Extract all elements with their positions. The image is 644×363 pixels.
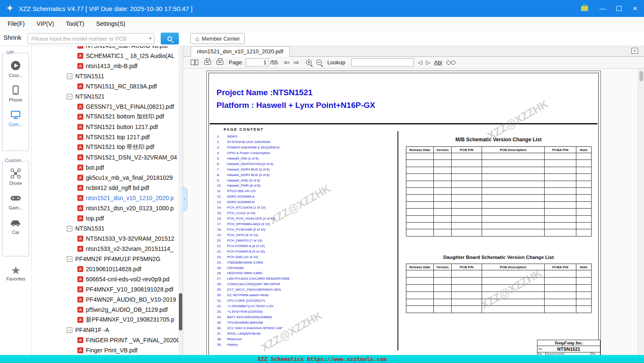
tree-file[interactable]: Agk5cu1x_mb_va_final_20181029 [32,173,178,183]
briefcase-icon[interactable] [581,6,588,11]
sidebar-item-course[interactable]: Cour... [9,60,22,78]
next-page-icon[interactable]: ⇨ [293,58,299,66]
table-cell [576,306,592,313]
tree-file[interactable]: Antsn1413_mb-B.pdf [32,61,178,71]
tree-file[interactable]: ANTSN1413_usb+AUDIO vb.pdf [32,46,178,51]
tree-file[interactable]: A新PF4MNXF_V10_1908231705.p [32,315,178,325]
close-button[interactable]: × [633,0,637,17]
shrink-button[interactable]: Shrink [3,34,22,41]
home-icon: ⌂ [195,35,199,42]
tree-file[interactable]: A20190610114828.pdf [32,264,178,274]
table-cell [434,187,452,194]
model-search-combobox[interactable]: ▾ [27,33,154,44]
tree-file[interactable]: ANTSN1521 bottom 加丝印.pdf [32,112,178,122]
sidebar-item-drone[interactable]: Drone [9,168,22,186]
maximize-button[interactable] [617,6,622,11]
tree-file[interactable]: Atop.pdf [32,213,178,223]
tree-folder[interactable]: −NTSN1511 [32,71,178,81]
previous-page-icon[interactable]: ⇦ [284,58,289,66]
tree-file[interactable]: APF4WN2F_AUDIO_BD_V10-2019 [32,294,178,305]
custom-group-label: Custom... [4,158,26,163]
search-button[interactable] [161,33,179,44]
sidebar-item-computer[interactable]: Com... [9,109,22,127]
page-content-title: PAGE CONTENT [224,127,264,132]
table-cell [545,270,576,278]
tree-file[interactable]: Ancbt412 sdd_ngff bd.pdf [32,183,178,193]
tree-folder[interactable]: −PF4MN2F PF4MU1F PF5MN2G [32,254,178,264]
tree-file[interactable]: AFINGER PRINT _VA_FINAL_2020C [32,335,178,345]
collapse-icon[interactable]: − [67,74,72,79]
tree-file[interactable]: ANTSN1521 top 带丝印.pdf [32,142,178,152]
search-input[interactable] [28,33,142,44]
chevron-down-icon[interactable]: ▾ [149,36,151,41]
pdf-scrollbar-thumb[interactable] [639,71,643,81]
close-document-icon[interactable]: × [631,48,638,54]
zoom-in-icon[interactable]: + [306,60,312,65]
find-previous-icon[interactable]: ◁ [418,59,422,66]
vip-group-label: -VIP- [4,50,16,55]
sidebar-item-game[interactable]: Gam... [8,192,22,210]
tree-file[interactable]: APF4MNXF_V10_1908191028.pdf [32,284,178,294]
document-tab[interactable]: ntsn1521_dsn_v10_1210_2020.pdf [191,46,290,57]
table-cell [406,167,434,173]
tree-file[interactable]: ANTSN1521_DSN_V2-32VRAM_04 [32,152,178,162]
sidebar-item-car[interactable]: Car [10,217,22,235]
tree-file[interactable]: ASCHEMATIC1 _ 18_I2S Audio(AL [32,51,178,61]
find-next-icon[interactable]: ▷ [426,59,430,66]
table-cell [482,222,545,229]
collapse-icon[interactable]: − [67,256,72,262]
table-cell [406,174,434,181]
tree-folder[interactable]: −NTSN1521 [32,91,178,102]
menu-item-file[interactable]: File(F) [8,20,25,27]
collapse-icon[interactable]: − [67,226,72,231]
tree-file[interactable]: ANTSN1511_RC_0819A.pdf [32,81,178,91]
minimize-button[interactable]: — [599,0,606,17]
print-icon[interactable] [204,60,211,65]
text-select-icon[interactable]: Abi [434,59,442,66]
member-center-button[interactable]: ⌂ Member Center [190,33,245,44]
tree-file[interactable]: A606654-cml-eds-vol2-rev0p9.pd [32,274,178,284]
print-all-icon[interactable] [216,60,223,65]
table-row [406,222,592,229]
lookup-label: Lookup [327,59,345,66]
vip-group: -VIP- Cour... Phone Com... [2,53,29,151]
tree-file[interactable]: AFinger Print_VB.pdf [32,345,178,355]
menu-item-settings[interactable]: Settings(S) [96,20,125,27]
pdf-scrollbar[interactable] [638,69,644,355]
tree-file[interactable]: Antsn1521_dsn_v20_0123_1000.p [32,203,178,213]
sidebar-item-favorites[interactable]: ★ Favorites [0,264,32,281]
facing-pages-icon[interactable] [191,60,198,65]
tree-file[interactable]: ANTSN1521 top 1217.pdf [32,132,178,142]
tree-file[interactable]: Apf5wn2g_AUDIO_DB_1129.pdf [32,305,178,315]
tree-folder[interactable]: −NTSN1531 [32,223,178,234]
file-tree: ANTSN1413_usb+AUDIO vb.pdfASCHEMATIC1 _ … [32,46,178,355]
page-total: /55 [270,59,278,66]
pdf-file-icon: A [77,185,83,191]
lookup-input[interactable] [351,58,414,66]
sidebar-item-phone[interactable]: Phone [9,85,22,102]
zoom-out-icon[interactable]: − [316,60,322,65]
tree-file[interactable]: ANTSN1521 button 1217.pdf [32,122,178,132]
binoculars-search-icon[interactable] [447,60,455,65]
pdf-canvas[interactable]: Project Name :NTSN1521 Platform : Haswel… [183,69,638,355]
tree-scrollbar-thumb[interactable] [179,293,182,330]
tree-item-label: NTSN1521 bottom 加丝印.pdf [86,113,164,121]
page-number-input[interactable] [246,58,269,66]
collapse-icon[interactable]: − [67,327,72,333]
tree-file[interactable]: Abot.pdf [32,162,178,173]
collapse-icon[interactable]: − [67,94,72,99]
tree-file[interactable]: AGE5SN71_VB1_FINAL(0821).pdf [32,102,178,112]
tree-file[interactable]: Antsn1533_v2-32vram_20151114_ [32,244,178,254]
table-cell [482,201,545,208]
collapse-panel-handle[interactable]: ‹ [182,187,187,211]
tree-file[interactable]: ANTSN1533_V3-32VRAM_201512 [32,234,178,244]
menu-item-vip[interactable]: VIP(V) [36,20,54,27]
table-cell [545,299,576,306]
tree-folder[interactable]: −PF4NR1F -A [32,325,178,335]
menu-item-tool[interactable]: Tool(T) [66,20,85,27]
toc-item: 25.CRT/HDMI [217,266,386,272]
pdf-file-icon: A [77,46,83,49]
toc-item: 7.Haswell_DDR3 BUS (3 of 6) [217,168,386,173]
tree-file[interactable]: Antsn1521_dsn_v10_1210_2020.p [32,193,178,203]
car-icon [10,217,22,228]
